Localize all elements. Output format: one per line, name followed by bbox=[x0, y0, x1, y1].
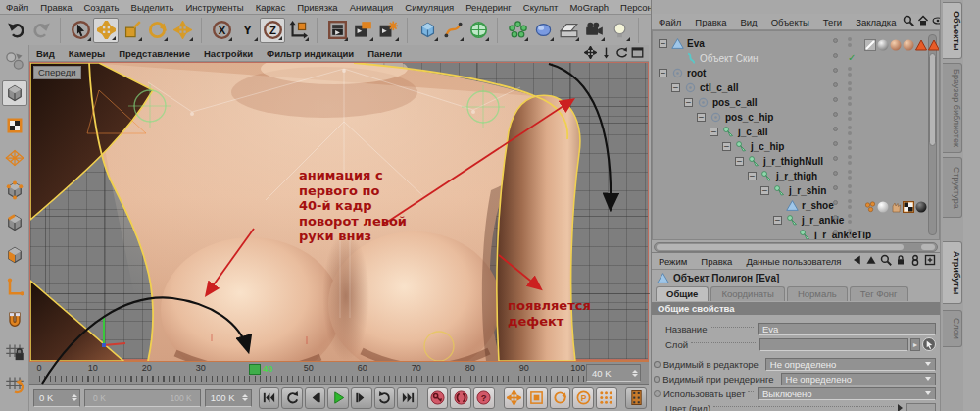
viewport-menu-item-2[interactable]: Камеры bbox=[62, 48, 112, 59]
array-generator-icon[interactable] bbox=[505, 18, 530, 43]
menu-item-7[interactable]: Привязка bbox=[291, 2, 344, 13]
panel-tab-браузер-библиотек[interactable]: Браузер библиотек bbox=[943, 63, 962, 153]
om-menu-item-3[interactable]: Вид bbox=[733, 17, 763, 27]
pan-view-icon[interactable] bbox=[584, 46, 597, 61]
key-scale-toggle[interactable] bbox=[526, 387, 548, 409]
om-menu-item-2[interactable]: Правка bbox=[688, 17, 733, 27]
tree-item-j_c_all[interactable]: –j_c_all bbox=[710, 125, 768, 139]
mat-skin-tag-icon[interactable] bbox=[890, 37, 902, 49]
object-manager-vscrollbar[interactable] bbox=[928, 34, 937, 235]
goto-end-button[interactable] bbox=[397, 387, 418, 409]
expander-icon[interactable]: – bbox=[722, 142, 731, 151]
attr-tab-1[interactable]: Общие bbox=[656, 286, 709, 301]
texture-mode-icon[interactable] bbox=[2, 113, 27, 138]
expander-icon[interactable]: – bbox=[659, 39, 667, 48]
current-frame-field[interactable]: 40 K bbox=[586, 364, 641, 382]
preview-range-slider[interactable]: 0 K100 K bbox=[84, 389, 201, 407]
key-position-toggle[interactable] bbox=[504, 387, 525, 409]
key-parameter-toggle[interactable]: P bbox=[572, 387, 594, 409]
rotate-view-icon[interactable] bbox=[615, 46, 628, 61]
undo-icon[interactable] bbox=[3, 18, 28, 43]
viewport-menu-item-1[interactable]: Вид bbox=[29, 48, 62, 59]
expander-icon[interactable]: – bbox=[684, 98, 693, 107]
view-label[interactable]: Спереди bbox=[33, 66, 81, 79]
keyframe-circle-icon[interactable] bbox=[654, 361, 661, 368]
layer-browse-button[interactable]: ▸ bbox=[910, 338, 920, 351]
menu-item-12[interactable]: MoGraph bbox=[564, 2, 614, 13]
workplane-mode-icon[interactable] bbox=[2, 145, 27, 171]
state-dots[interactable] bbox=[848, 140, 852, 150]
viewport-menu-item-6[interactable]: Панели bbox=[361, 48, 409, 59]
tree-item-ctl_c_all[interactable]: –ctl_c_all bbox=[671, 80, 738, 95]
visibility-dot[interactable] bbox=[833, 127, 838, 131]
expander-icon[interactable]: – bbox=[671, 83, 680, 92]
visibility-dot[interactable] bbox=[833, 171, 838, 176]
panel-tab-структура[interactable]: Структура bbox=[943, 157, 962, 218]
play-forward-button[interactable] bbox=[327, 387, 349, 409]
menu-item-9[interactable]: Симуляция bbox=[399, 2, 460, 13]
keyframe-circle-icon[interactable] bbox=[654, 376, 660, 383]
axis-z-icon[interactable]: Z bbox=[260, 18, 285, 43]
workplane-transform-icon[interactable] bbox=[2, 372, 27, 397]
zoom-view-icon[interactable] bbox=[600, 46, 612, 61]
state-dots[interactable] bbox=[848, 37, 852, 47]
mat-gray-tag-icon[interactable] bbox=[877, 37, 889, 49]
viewport-menu-item-3[interactable]: Представление bbox=[112, 48, 197, 59]
end-frame-spinner[interactable]: 100 K bbox=[205, 389, 252, 407]
record-keyframe-button[interactable] bbox=[427, 387, 449, 409]
object-manager-hscrollbar[interactable] bbox=[654, 242, 938, 252]
attr-tab-2[interactable]: Координаты bbox=[710, 286, 785, 301]
lock-workplane-icon[interactable] bbox=[2, 339, 27, 365]
maximize-view-icon[interactable] bbox=[631, 46, 644, 61]
menu-item-11[interactable]: Скульпт bbox=[517, 2, 564, 13]
snap-magnet-icon[interactable] bbox=[2, 307, 27, 333]
state-dots[interactable] bbox=[848, 199, 852, 209]
hscroll-button[interactable] bbox=[921, 244, 935, 250]
timeline-button[interactable] bbox=[625, 387, 647, 409]
visibility-dot[interactable] bbox=[833, 68, 838, 73]
live-selection-icon[interactable] bbox=[68, 18, 93, 43]
state-dots[interactable] bbox=[848, 170, 852, 180]
visibility-dot[interactable] bbox=[833, 141, 838, 146]
viewport-front[interactable]: Спереди анимация с первого по 40-й кадр … bbox=[29, 62, 649, 360]
last-tool-icon[interactable] bbox=[170, 18, 195, 43]
lock-icon[interactable] bbox=[895, 254, 906, 268]
axis-x-icon[interactable]: X bbox=[209, 18, 234, 43]
edges-mode-icon[interactable] bbox=[2, 210, 27, 235]
visibility-dot[interactable] bbox=[833, 82, 838, 87]
autokeying-button[interactable] bbox=[450, 387, 471, 409]
tree-item-j_c_hip[interactable]: –j_c_hip bbox=[722, 139, 784, 154]
layer-input[interactable] bbox=[760, 338, 908, 351]
visibility-dot[interactable] bbox=[833, 230, 838, 234]
tree-item--[interactable]: Объект Скин bbox=[671, 51, 759, 66]
primitive-cube-icon[interactable] bbox=[415, 18, 440, 43]
state-dots[interactable] bbox=[848, 229, 852, 238]
frame-spinner[interactable]: 40 K bbox=[586, 364, 641, 382]
visibility-dot[interactable] bbox=[833, 38, 838, 43]
visibility-dot[interactable] bbox=[833, 53, 838, 58]
pick-object-icon[interactable] bbox=[922, 337, 936, 351]
state-dots[interactable] bbox=[848, 67, 852, 77]
uvw-tag-icon[interactable] bbox=[903, 199, 914, 211]
search-icon[interactable] bbox=[880, 254, 892, 268]
polygons-mode-icon[interactable] bbox=[2, 242, 27, 268]
home-icon[interactable] bbox=[917, 15, 929, 28]
om-menu-item-6[interactable]: Закладка bbox=[849, 17, 903, 27]
name-input[interactable]: Eva bbox=[758, 323, 936, 335]
move-icon[interactable] bbox=[93, 18, 119, 43]
panel-tab-объекты[interactable]: Объекты bbox=[943, 2, 962, 59]
state-dots[interactable] bbox=[848, 111, 852, 121]
object-axis-mode-icon[interactable] bbox=[2, 275, 27, 300]
dots-orange-tag-icon[interactable] bbox=[864, 199, 876, 211]
tree-item-root[interactable]: –root bbox=[659, 66, 706, 80]
scale-icon[interactable] bbox=[119, 18, 144, 43]
menu-item-5[interactable]: Инструменты bbox=[179, 2, 249, 13]
redo-icon[interactable] bbox=[28, 18, 54, 43]
timeline-ruler[interactable]: 40 K 0102030405060708090100 bbox=[29, 360, 649, 385]
tree-item-pos_c_hip[interactable]: –pos_c_hip bbox=[697, 110, 773, 125]
tree-item-eva[interactable]: –Eva bbox=[659, 36, 705, 51]
floor-icon[interactable] bbox=[556, 18, 581, 43]
render-view-icon[interactable] bbox=[324, 18, 350, 43]
hscroll-thumb[interactable] bbox=[657, 244, 904, 250]
tree-item-j_r_thigh[interactable]: –j_r_thigh bbox=[748, 169, 817, 183]
